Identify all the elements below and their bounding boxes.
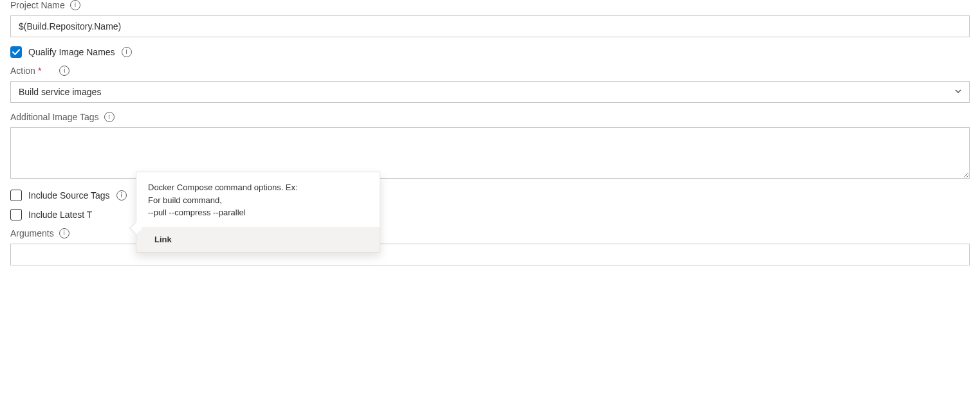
include-source-tags-checkbox[interactable]: [10, 190, 22, 201]
action-label: Action*: [10, 66, 41, 76]
additional-image-tags-label: Additional Image Tags: [10, 112, 99, 122]
info-icon[interactable]: i: [59, 228, 69, 238]
project-name-label: Project Name: [10, 0, 65, 10]
qualify-image-names-row: Qualify Image Names i: [10, 46, 970, 58]
arguments-label: Arguments: [10, 228, 54, 238]
qualify-image-names-label[interactable]: Qualify Image Names: [28, 47, 115, 57]
project-name-input[interactable]: [10, 15, 970, 37]
additional-image-tags-field: Additional Image Tags i: [10, 112, 970, 181]
include-latest-tag-label[interactable]: Include Latest T: [28, 210, 92, 220]
qualify-image-names-checkbox[interactable]: [10, 46, 22, 58]
action-label-row: Action* i: [10, 66, 970, 76]
project-name-label-row: Project Name i: [10, 0, 970, 10]
include-latest-tag-checkbox[interactable]: [10, 209, 22, 220]
action-value: Build service images: [19, 87, 101, 97]
arguments-field: Arguments i Docker Compose command optio…: [10, 228, 970, 265]
info-icon[interactable]: i: [70, 0, 80, 10]
additional-image-tags-input[interactable]: [10, 127, 970, 179]
info-icon[interactable]: i: [104, 112, 115, 122]
project-name-field: Project Name i: [10, 0, 970, 37]
required-asterisk: *: [38, 66, 41, 76]
additional-image-tags-label-row: Additional Image Tags i: [10, 112, 970, 122]
action-select-wrap: Build service images: [10, 81, 970, 103]
action-field: Action* i Build service images: [10, 66, 970, 103]
action-select[interactable]: Build service images: [10, 81, 970, 103]
include-source-tags-label[interactable]: Include Source Tags: [28, 190, 110, 201]
info-icon[interactable]: i: [59, 66, 69, 76]
tooltip-link[interactable]: Link: [136, 227, 380, 252]
tooltip-body: Docker Compose command options. Ex: For …: [136, 172, 380, 227]
arguments-tooltip: Docker Compose command options. Ex: For …: [136, 172, 380, 253]
info-icon[interactable]: i: [116, 190, 127, 201]
info-icon[interactable]: i: [122, 47, 132, 57]
